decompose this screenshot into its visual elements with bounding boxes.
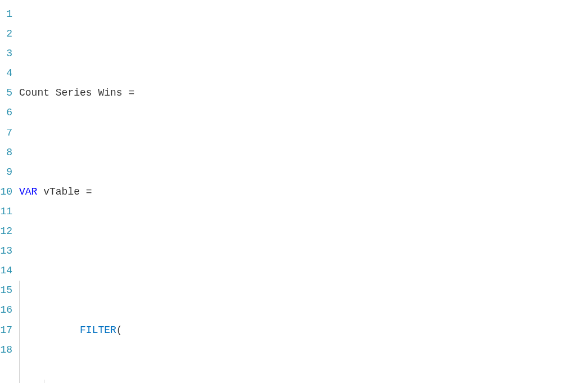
line-number: 9 <box>0 163 12 182</box>
line-number: 12 <box>0 222 12 241</box>
line-number: 4 <box>0 64 12 83</box>
equals: = <box>128 87 134 98</box>
measure-name: Count Series Wins <box>19 87 128 98</box>
line-number: 8 <box>0 143 12 163</box>
keyword-var: VAR <box>19 186 37 197</box>
code-editor[interactable]: 1 2 3 4 5 6 7 8 9 10 11 12 13 14 15 16 1… <box>0 4 588 383</box>
line-number: 13 <box>0 241 12 261</box>
paren-open: ( <box>116 325 123 336</box>
line-number: 6 <box>0 103 12 123</box>
line-number: 2 <box>0 24 12 44</box>
code-line[interactable]: VAR vTable = <box>19 182 588 202</box>
code-line[interactable]: FILTER( <box>19 281 588 300</box>
line-number: 16 <box>0 300 12 320</box>
var-name: vTable <box>37 186 85 197</box>
code-area[interactable]: Count Series Wins = VAR vTable = FILTER(… <box>19 4 588 383</box>
line-number: 10 <box>0 182 12 202</box>
line-number: 1 <box>0 4 12 24</box>
fn-filter: FILTER <box>80 325 116 336</box>
line-number: 18 <box>0 340 12 360</box>
line-number: 7 <box>0 123 12 143</box>
equals: = <box>86 186 92 197</box>
line-number: 3 <box>0 44 12 64</box>
line-number-gutter: 1 2 3 4 5 6 7 8 9 10 11 12 13 14 15 16 1… <box>0 4 19 383</box>
code-line[interactable]: ADDCOLUMNS( <box>19 380 588 383</box>
line-number: 15 <box>0 281 12 300</box>
code-line[interactable]: Count Series Wins = <box>19 83 588 103</box>
line-number: 5 <box>0 83 12 103</box>
line-number: 17 <box>0 321 12 340</box>
line-number: 14 <box>0 261 12 281</box>
line-number: 11 <box>0 202 12 222</box>
